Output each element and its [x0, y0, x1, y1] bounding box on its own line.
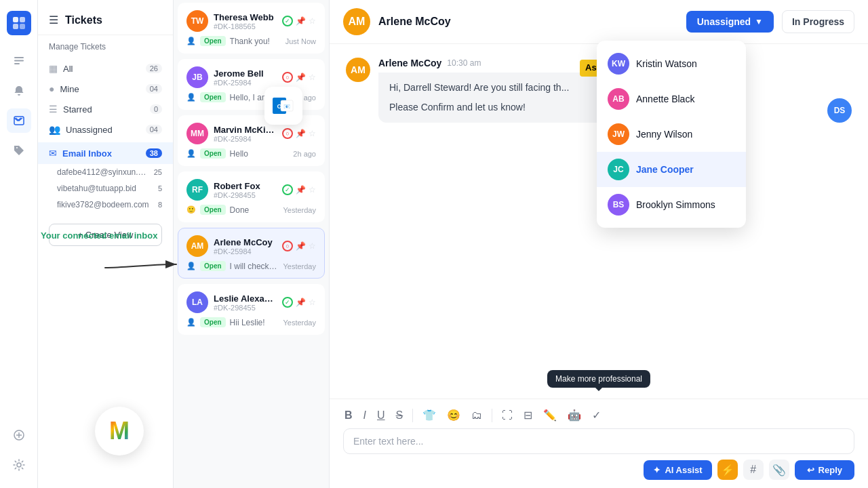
star-1[interactable]: ☆ — [309, 73, 316, 82]
outlook-float[interactable]: 📧 O — [264, 87, 302, 125]
sub-inbox-0[interactable]: dafebe4112@syinxun.com 25 — [38, 164, 173, 180]
hash-button[interactable]: # — [743, 460, 764, 480]
assign-dropdown: KW Kristin Watson AB Annette Black JW Je… — [597, 41, 746, 228]
status-dot-5: ✓ — [282, 297, 293, 308]
shrink-button[interactable]: ⊟ — [522, 407, 534, 423]
nav-starred[interactable]: ☰ Starred 0 — [38, 99, 173, 119]
ticket-name-4: Arlene McCoy — [214, 237, 277, 247]
dropdown-item-2[interactable]: JW Jenny Wilson — [597, 117, 746, 152]
nav-icon-link[interactable] — [7, 423, 31, 447]
nav-icon-bell[interactable] — [7, 79, 31, 103]
menu-icon[interactable]: ☰ — [49, 14, 58, 26]
expand-button[interactable]: ⛶ — [500, 408, 514, 423]
pin-0[interactable]: 📌 — [296, 16, 306, 26]
reply-send-button[interactable]: ↩ Reply — [795, 460, 854, 480]
footer-icon-3: 🙂 — [186, 205, 196, 214]
dropdown-item-3[interactable]: JC Jane Cooper — [597, 152, 746, 187]
ticket-card-2[interactable]: MM Marvin McKinney #DK-25984 ○ 📌 ☆ 👤 Ope… — [178, 115, 325, 166]
manage-tickets-label: Manage Tickets — [38, 35, 173, 58]
gmail-icon: M — [109, 417, 130, 445]
lightning-button[interactable]: ⚡ — [717, 460, 738, 480]
app-logo — [7, 11, 31, 35]
svg-rect-9 — [20, 24, 25, 29]
nav-unassigned[interactable]: 👥 Unassigned 04 — [38, 119, 173, 140]
emoji-button[interactable]: 😊 — [446, 407, 462, 423]
image-button[interactable]: 🗂 — [470, 408, 484, 423]
pin-1[interactable]: 📌 — [296, 73, 306, 82]
nav-icon-inbox[interactable] — [7, 108, 31, 133]
unassigned-button[interactable]: Unassigned ▼ — [686, 11, 774, 33]
robot-button[interactable]: 🤖 — [566, 407, 583, 423]
contact-name: Arlene McCoy — [378, 16, 678, 28]
ticket-id-1: #DK-25984 — [214, 79, 277, 87]
nav-starred-count: 0 — [150, 104, 162, 114]
open-badge-4: Open — [200, 261, 226, 271]
sub-count-0: 25 — [154, 168, 162, 176]
star-2[interactable]: ☆ — [309, 129, 316, 138]
star-4[interactable]: ☆ — [309, 241, 316, 251]
dropdown-avatar-0: KW — [608, 53, 629, 75]
darrell-avatar: DS — [827, 98, 852, 123]
status-dot-0: ✓ — [282, 16, 293, 26]
sub-email-0: dafebe4112@syinxun.com — [57, 167, 149, 177]
reply-input-row — [343, 428, 854, 454]
ticket-card-0[interactable]: TW Theresa Webb #DK-188565 ✓ 📌 ☆ 👤 Open … — [178, 3, 325, 54]
strikethrough-button[interactable]: S — [395, 408, 405, 423]
ticket-card-5[interactable]: LA Leslie Alexander #DK-298455 ✓ 📌 ☆ 👤 O… — [178, 284, 325, 335]
toolbar-separator-2 — [492, 409, 492, 422]
sub-inbox-1[interactable]: vibetahu@tutuapp.bid 5 — [38, 180, 173, 197]
star-5[interactable]: ☆ — [309, 298, 316, 307]
pin-4[interactable]: 📌 — [296, 241, 306, 251]
toolbar-separator — [412, 409, 413, 422]
star-3[interactable]: ☆ — [309, 185, 316, 195]
message-time-0: 10:30 am — [447, 58, 481, 68]
sub-count-2: 8 — [158, 201, 162, 209]
underline-button[interactable]: U — [376, 408, 387, 423]
check-button[interactable]: ✓ — [591, 407, 602, 423]
dropdown-item-1[interactable]: AB Annette Black — [597, 81, 746, 117]
sub-inbox-2[interactable]: fikive3782@bodeem.com 8 — [38, 197, 173, 213]
inbox-icon: ✉ — [49, 148, 57, 159]
pin-3[interactable]: 📌 — [296, 185, 306, 195]
ai-assist-button[interactable]: ✦ AI Assist — [644, 460, 711, 480]
status-dot-1: ○ — [282, 72, 293, 83]
open-badge-3: Open — [200, 205, 226, 215]
nav-icon-tag[interactable] — [7, 138, 31, 163]
pin-2[interactable]: 📌 — [296, 129, 306, 138]
shirt-button[interactable]: 👕 — [421, 407, 437, 423]
attach-button[interactable]: 📎 — [769, 460, 789, 480]
ai-icon: ✦ — [653, 465, 660, 475]
reply-toolbar: B I U S 👕 😊 🗂 ⛶ ⊟ ✏️ 🤖 ✓ — [343, 407, 854, 423]
tickets-title: Tickets — [65, 14, 102, 26]
ticket-card-4[interactable]: AM Arlene McCoy #DK-25984 ○ 📌 ☆ 👤 Open I… — [178, 228, 325, 279]
dropdown-name-2: Jenny Wilson — [636, 129, 692, 140]
footer-icon-4: 👤 — [186, 262, 196, 270]
footer-icon-2: 👤 — [186, 149, 196, 158]
bold-button[interactable]: B — [343, 408, 354, 423]
gmail-float[interactable]: M — [95, 407, 144, 455]
dropdown-avatar-2: JW — [608, 123, 629, 145]
nav-all[interactable]: ▦ All 26 — [38, 58, 173, 79]
ticket-card-3[interactable]: RF Robert Fox #DK-298455 ✓ 📌 ☆ 🙂 Open Do… — [178, 171, 325, 222]
pen-button[interactable]: ✏️ — [542, 407, 558, 423]
pin-5[interactable]: 📌 — [296, 298, 306, 307]
nav-icon-settings[interactable] — [7, 453, 31, 477]
nav-icon-tickets[interactable] — [7, 49, 31, 73]
star-0[interactable]: ☆ — [309, 16, 316, 26]
svg-rect-11 — [14, 60, 24, 62]
sub-email-1: vibetahu@tutuapp.bid — [57, 184, 153, 193]
dropdown-item-0[interactable]: KW Kristin Watson — [597, 46, 746, 81]
email-inbox-item[interactable]: ✉ Email Inbox 38 — [38, 142, 173, 164]
nav-mine[interactable]: ● Mine 04 — [38, 79, 173, 99]
nav-all-count: 26 — [146, 64, 162, 73]
dropdown-avatar-4: BS — [608, 194, 629, 216]
email-inbox-section: ✉ Email Inbox 38 dafebe4112@syinxun.com … — [38, 142, 173, 213]
italic-button[interactable]: I — [362, 408, 368, 423]
dropdown-name-0: Kristin Watson — [636, 58, 697, 69]
sub-count-1: 5 — [158, 184, 162, 192]
reply-input[interactable] — [353, 436, 844, 447]
ticket-card-1[interactable]: JB Jerome Bell #DK-25984 ○ 📌 ☆ 👤 Open He… — [178, 59, 325, 110]
dropdown-item-4[interactable]: BS Brooklyn Simmons — [597, 187, 746, 222]
chat-topbar: AM Arlene McCoy Unassigned ▼ In Progress — [330, 0, 868, 44]
time-5: Yesterday — [283, 319, 316, 327]
